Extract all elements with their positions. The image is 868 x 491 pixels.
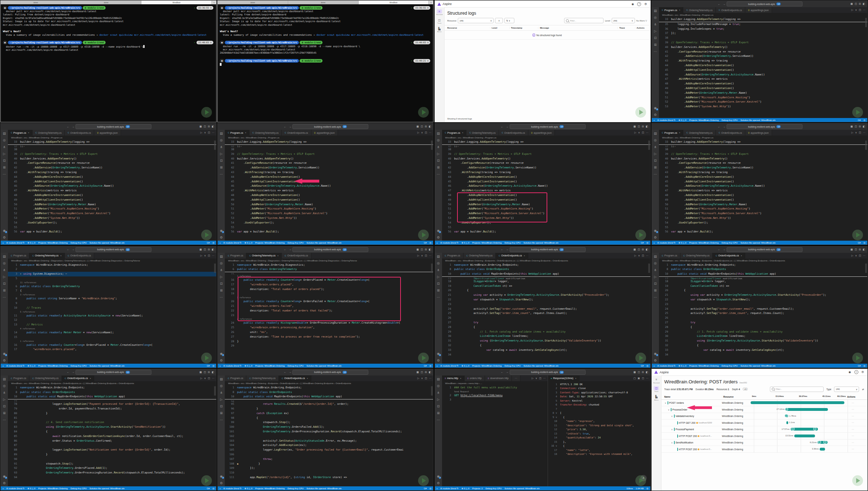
editor-action-icon[interactable]: ◫ [642, 254, 644, 257]
editor-action-icon[interactable]: ◫ [859, 131, 861, 134]
layout-icon[interactable]: ⊟ [859, 125, 861, 128]
play-overlay[interactable] [201, 107, 212, 118]
editor-action-icon[interactable]: ∨ [638, 131, 640, 134]
editor-action-icon[interactable]: ◫ [642, 131, 644, 134]
search-icon[interactable]: ◎ [3, 261, 6, 265]
layout-icon[interactable]: ◫ [637, 248, 640, 251]
layout-icon[interactable]: ⊟ [425, 125, 427, 128]
layout-icon[interactable]: ⊟ [208, 371, 210, 374]
source-control-icon[interactable]: ⋔ [437, 268, 440, 272]
notifications-icon[interactable]: ◎ [430, 364, 431, 367]
span-actions-button[interactable]: ⋯ [844, 441, 862, 444]
status-item-1[interactable]: Debug Any CPU [504, 364, 520, 367]
play-overlay[interactable] [418, 475, 429, 486]
notifications-icon[interactable]: ◎ [213, 364, 214, 367]
status-item-1[interactable]: Debug Any CPU [722, 241, 738, 244]
editor-action-icon[interactable]: ▷ [200, 131, 202, 134]
trace-span-row[interactable]: HTTP GET 200localhost:5200WiredBrain.Ord… [661, 419, 867, 426]
play-overlay[interactable] [852, 475, 863, 486]
notifications-icon[interactable]: ◎ [646, 487, 648, 490]
tab-orderendpoints-cs[interactable]: COrderEndpoints.cs× [279, 375, 311, 381]
editor-action-icon[interactable]: ▷ [852, 131, 853, 134]
settings-gear-icon[interactable]: ⚙ [437, 481, 440, 485]
tab-orderingtelemetry-cs[interactable]: COrderingTelemetry.cs× [246, 253, 282, 259]
span-actions-button[interactable]: ⋯ [844, 402, 862, 404]
more-views-icon[interactable]: ⋯ [220, 295, 223, 299]
extensions-icon[interactable]: ⊞ [654, 43, 657, 46]
play-overlay[interactable] [201, 353, 212, 363]
extensions-icon[interactable]: ⊞ [3, 166, 6, 169]
tab-appsettings-json[interactable]: {}appsettings.json [311, 130, 338, 136]
editor-action-icon[interactable]: ▷ [634, 254, 636, 257]
git-branch-status[interactable]: ⋔ module-2/end ↻ [440, 364, 459, 367]
command-center-search[interactable]: building-resilient-web-apis13 [727, 1, 802, 6]
command-center-search[interactable]: building-resilient-web-apis13 [510, 370, 586, 375]
editor-action-icon[interactable]: ⋯ [863, 131, 865, 134]
editor-action-icon[interactable]: ⋯ [863, 254, 865, 257]
layout-icon[interactable]: ▦ [199, 125, 202, 128]
source-control-icon[interactable]: ⋔ [220, 391, 223, 394]
tab-orders-http[interactable]: ≡orders.http [465, 375, 485, 381]
tab-orderendpoints-cs[interactable]: COrderEndpoints.cs [282, 253, 311, 259]
tab-orderingtelemetry-cs[interactable]: COrderingTelemetry.cs [683, 130, 716, 136]
help-icon[interactable]: ? [637, 2, 641, 6]
status-item-2[interactable]: Solution file opened: WiredBrain.sln [741, 241, 776, 244]
nav-item-traces[interactable]: ◫Traces [437, 18, 442, 24]
close-tab-icon[interactable]: × [90, 377, 91, 379]
run-debug-icon[interactable]: ▷ [654, 29, 656, 33]
tab-menu-http[interactable]: ≡menu.http× [442, 375, 465, 381]
tab-program-cs[interactable]: CProgram.cs [225, 375, 246, 381]
tab-appsettings-json[interactable]: {}appsettings.json [745, 130, 772, 136]
remote-indicator-icon[interactable]: ›‹ [219, 241, 220, 244]
settings-gear-icon[interactable]: ⚙ [654, 236, 657, 239]
layout-icon[interactable]: ◧ [646, 125, 648, 128]
trace-span-row[interactable]: HTTP POST 200localhost:5...WiredBrain.Or… [661, 446, 867, 453]
tab-orderingtelemetry-cs[interactable]: COrderingTelemetry.cs× [29, 253, 65, 259]
status-item-0[interactable]: Projects: WiredBrain.Ordering [472, 241, 501, 244]
help-icon[interactable]: ? [854, 370, 858, 374]
command-center-search[interactable]: building-resilient-web-apis13 [292, 124, 368, 129]
account-icon[interactable]: ◉1 [3, 229, 6, 232]
search-icon[interactable]: ◎ [654, 138, 657, 142]
status-item-0[interactable]: Projects: WiredBrain.Ordering [689, 364, 719, 367]
terminal-tab[interactable]: dotnet [218, 1, 288, 4]
nav-back-icon[interactable]: ← [67, 370, 69, 374]
git-branch-status[interactable]: ⋔ module-2/end ↻ [657, 119, 676, 121]
tab-appsettings-json[interactable]: {}appsettings.json [745, 7, 772, 13]
close-tab-icon[interactable]: × [741, 255, 742, 257]
notifications-icon[interactable]: ◎ [430, 241, 431, 244]
account-icon[interactable]: ◉1 [654, 229, 657, 232]
tab-orderendpoints-cs[interactable]: COrderEndpoints.cs [65, 253, 94, 259]
layout-icon[interactable]: ◫ [204, 248, 206, 251]
editor-scrollbar[interactable] [431, 264, 433, 273]
testing-icon[interactable]: ⊡ [437, 159, 440, 162]
git-branch-status[interactable]: ⋔ module-2/end ↻ [6, 487, 25, 490]
remote-indicator-icon[interactable]: ›‹ [437, 487, 437, 490]
more-views-icon[interactable]: ⋯ [220, 172, 223, 176]
run-debug-icon[interactable]: ▷ [220, 398, 223, 401]
more-views-icon[interactable]: ⋯ [437, 418, 440, 422]
editor-action-icon[interactable]: ▷ [852, 9, 853, 11]
layout-icon[interactable]: ◧ [429, 371, 431, 374]
status-item-1[interactable]: Debug Any CPU [71, 364, 87, 367]
layout-icon[interactable]: ◧ [212, 371, 214, 374]
problems-status[interactable]: ⊗ 0 △ 0 [679, 241, 687, 244]
tab-orderingtelemetry-cs[interactable]: COrderingTelemetry.cs [464, 253, 496, 259]
nav-forward-icon[interactable]: → [506, 370, 509, 374]
nav-item-structured[interactable]: ≡Structured [653, 378, 660, 384]
notifications-icon[interactable]: ◎ [646, 364, 648, 367]
editor-action-icon[interactable]: ⋯ [212, 377, 214, 380]
settings-gear-icon[interactable]: ⚙ [220, 359, 223, 362]
editor-action-icon[interactable]: ◫ [425, 377, 427, 380]
search-icon[interactable]: ◎ [3, 384, 6, 388]
editor-action-icon[interactable]: ⋯ [646, 254, 649, 257]
response-action-icon[interactable]: ▣ [637, 377, 640, 380]
status-item-1[interactable]: Debug Any CPU [287, 487, 304, 490]
editor-action-icon[interactable]: ▷ [200, 254, 202, 257]
terminal-tab[interactable]: WiredBrain [141, 1, 212, 4]
more-views-icon[interactable]: ⋯ [3, 418, 6, 422]
account-icon[interactable]: ◉1 [437, 229, 440, 232]
settings-gear-icon[interactable]: ⚙ [862, 370, 864, 374]
settings-gear-icon[interactable]: ⚙ [220, 481, 223, 485]
nav-forward-icon[interactable]: → [723, 3, 726, 6]
